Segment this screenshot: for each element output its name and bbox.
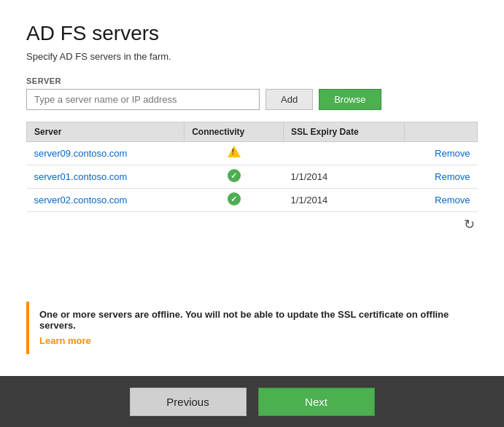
warning-banner: One or more servers are offline. You wil…	[26, 302, 478, 354]
learn-more-link[interactable]: Learn more	[39, 335, 91, 346]
ssl-expiry-cell: 1/1/2014	[284, 189, 405, 212]
server-field-label: SERVER	[26, 77, 478, 85]
server-input-row: Add Browse	[26, 89, 478, 110]
server-name-link[interactable]: server01.contoso.com	[34, 171, 128, 182]
footer: Previous Next	[0, 376, 504, 427]
table-row: server09.contoso.comRemove	[27, 142, 478, 165]
spacer	[26, 237, 478, 302]
server-input[interactable]	[26, 89, 260, 110]
server-name-link[interactable]: server09.contoso.com	[34, 148, 128, 159]
browse-button[interactable]: Browse	[319, 89, 381, 110]
page-subtitle: Specify AD FS servers in the farm.	[26, 51, 478, 62]
ok-icon	[228, 192, 241, 205]
warning-icon	[228, 146, 241, 159]
warning-message: One or more servers are offline. You wil…	[39, 309, 468, 331]
connectivity-cell	[185, 142, 284, 165]
connectivity-cell	[185, 165, 284, 189]
previous-button[interactable]: Previous	[130, 388, 247, 416]
col-action	[404, 122, 477, 142]
remove-link[interactable]: Remove	[435, 148, 470, 159]
remove-link[interactable]: Remove	[435, 171, 470, 182]
refresh-icon[interactable]: ↻	[464, 216, 475, 232]
ok-icon	[228, 169, 241, 182]
main-content: AD FS servers Specify AD FS servers in t…	[0, 0, 504, 376]
add-button[interactable]: Add	[265, 89, 313, 110]
col-ssl-expiry: SSL Expiry Date	[284, 122, 405, 142]
ssl-expiry-cell	[284, 142, 405, 165]
refresh-area: ↻	[26, 212, 478, 237]
server-name-link[interactable]: server02.contoso.com	[34, 195, 128, 205]
table-header-row: Server Connectivity SSL Expiry Date	[27, 122, 478, 142]
page-title: AD FS servers	[26, 22, 478, 45]
table-row: server01.contoso.com1/1/2014Remove	[27, 165, 478, 189]
next-button[interactable]: Next	[258, 388, 375, 416]
ssl-expiry-cell: 1/1/2014	[284, 165, 405, 189]
table-row: server02.contoso.com1/1/2014Remove	[27, 189, 478, 212]
col-server: Server	[27, 122, 185, 142]
server-table: Server Connectivity SSL Expiry Date serv…	[26, 122, 478, 212]
col-connectivity: Connectivity	[185, 122, 284, 142]
connectivity-cell	[185, 189, 284, 212]
remove-link[interactable]: Remove	[435, 195, 470, 205]
